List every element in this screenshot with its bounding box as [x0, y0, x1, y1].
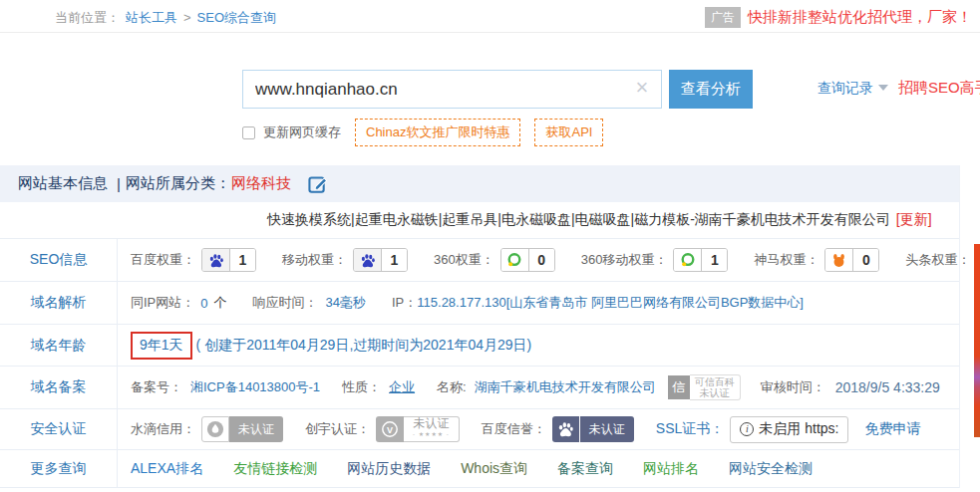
response-time-value: 34毫秒 [326, 294, 366, 312]
baidu-weight-label: 百度权重： [131, 251, 195, 269]
category-value[interactable]: 网络科技 [231, 174, 291, 193]
refresh-cache-label: 更新网页缓存 [263, 123, 341, 141]
toutiao-weight-label: 头条权重： [905, 251, 970, 269]
icp-nature-label: 性质： [342, 378, 381, 396]
update-link[interactable]: [更新] [896, 211, 932, 229]
hire-seo-link[interactable]: 招聘SEO高手 [898, 79, 980, 98]
site-title-row: 快速换模系统|起重电永磁铁|起重吊具|电永磁吸盘|电磁吸盘|磁力模板-湖南千豪机… [0, 202, 959, 239]
analyze-button[interactable]: 查看分析 [669, 70, 753, 109]
same-ip-value[interactable]: 0 [200, 296, 207, 311]
baidu-xinyu-badge[interactable]: 未认证 [552, 416, 634, 442]
row-label-age: 域名年龄 [0, 325, 118, 366]
category-label: 网站所属分类： [126, 174, 230, 193]
section-divider: | [117, 175, 121, 192]
security-row: 安全认证 水滴信用： 未认证 创宇认证： V 未认证 - ★★★★ - [0, 409, 959, 450]
shuidi-badge[interactable]: 未认证 [201, 416, 283, 442]
mobile-weight-badge[interactable]: 1 [353, 248, 408, 272]
more-query-row: 更多查询 ALEXA排名 友情链接检测 网站历史数据 Whois查询 备案查询 … [0, 450, 959, 488]
baidu-paw-icon [202, 249, 230, 271]
icp-number[interactable]: 湘ICP备14013800号-1 [190, 378, 320, 396]
360-weight-badge[interactable]: 0 [500, 248, 555, 272]
360-mobile-weight-badge[interactable]: 1 [673, 248, 728, 272]
credible-baike-line1: 可信百科 [695, 376, 735, 387]
chuangyu-stars: - ★★★★ - [413, 429, 450, 440]
breadcrumb: 当前位置：站长工具>SEO综合查询 [55, 9, 282, 27]
baidu-weight-value: 1 [230, 249, 255, 271]
same-ip-label: 同IP网站： [131, 294, 194, 312]
shuidi-status: 未认证 [229, 416, 283, 442]
chuangyu-status: 未认证 - ★★★★ - [404, 416, 460, 442]
xin-icon: 信 [668, 375, 690, 399]
chuangyu-status-text: 未认证 [413, 418, 449, 429]
baidu-paw-icon [354, 249, 382, 271]
row-label-dns: 域名解析 [0, 282, 118, 324]
section-title: 网站基本信息 [18, 174, 108, 193]
mobile-weight-item: 移动权重： 1 [282, 248, 408, 272]
baidu-weight-badge[interactable]: 1 [201, 248, 256, 272]
v-shield-icon: V [376, 416, 404, 442]
360-logo-icon [501, 249, 529, 271]
top-ad[interactable]: 广告 快排新排整站优化招代理，厂家！ [705, 7, 972, 28]
get-api-link[interactable]: 获取API [534, 119, 603, 146]
breadcrumb-separator: > [183, 10, 191, 25]
ssl-apply-link[interactable]: 免费申请 [864, 420, 920, 438]
row-label-more: 更多查询 [0, 450, 118, 487]
query-history-link[interactable]: 查询记录 [817, 80, 888, 98]
link-history-data[interactable]: 网站历史数据 [347, 460, 431, 478]
360-weight-item: 360权重： 0 [434, 248, 555, 272]
mobile-weight-label: 移动权重： [282, 251, 347, 269]
ad-badge: 广告 [705, 7, 741, 28]
credible-baike-badge[interactable]: 信 可信百科 未认证 [668, 374, 741, 400]
chuangyu-badge[interactable]: V 未认证 - ★★★★ - [376, 416, 460, 442]
query-history-label: 查询记录 [817, 80, 873, 96]
search-input[interactable] [242, 70, 662, 109]
row-label-seo: SEO信息 [0, 239, 118, 281]
toutiao-weight-item: 头条权重： 头条 1 [905, 248, 980, 272]
ssl-item: SSL证书： i 未启用 https: 免费申请 [656, 416, 921, 443]
clear-icon[interactable]: × [630, 76, 654, 100]
site-info-table: 网站基本信息 | 网站所属分类： 网络科技 快速换模系统|起重电永磁铁|起重吊具… [0, 165, 960, 488]
domain-age-row: 域名年龄 9年1天 ( 创建于2011年04月29日,过期时间为2021年04月… [0, 325, 959, 367]
seo-info-row: SEO信息 百度权重： 1 移动权重： 1 360权重： [0, 239, 959, 282]
row-label-icp: 域名备案 [0, 367, 118, 408]
chuangyu-label: 创宇认证： [305, 420, 370, 438]
baidu-xinyu-item: 百度信誉： 未认证 [482, 416, 634, 442]
link-friend-links[interactable]: 友情链接检测 [233, 460, 317, 478]
link-site-rank[interactable]: 网站排名 [643, 460, 699, 478]
link-icp-query[interactable]: 备案查询 [557, 460, 613, 478]
mobile-weight-value: 1 [382, 249, 407, 271]
breadcrumb-link-seo[interactable]: SEO综合查询 [197, 10, 276, 25]
side-ad-stripe[interactable] [974, 244, 980, 437]
section-header: 网站基本信息 | 网站所属分类： 网络科技 [0, 165, 959, 202]
edit-icon[interactable] [308, 174, 329, 193]
baidu-xinyu-label: 百度信誉： [482, 420, 546, 438]
icp-name-label: 名称: [437, 378, 467, 396]
ip-label: IP： [392, 294, 417, 312]
shenma-weight-value: 0 [853, 249, 878, 271]
ad-text[interactable]: 快排新排整站优化招代理，厂家！ [748, 8, 972, 27]
shenma-weight-badge[interactable]: 0 [824, 248, 879, 272]
age-highlight-box: 9年1天 [131, 332, 192, 360]
shenma-weight-item: 神马权重： 0 [754, 248, 879, 272]
baidu-weight-item: 百度权重： 1 [131, 248, 256, 272]
link-whois[interactable]: Whois查询 [461, 460, 527, 478]
audit-time-value: 2018/9/5 4:33:29 [835, 379, 940, 395]
link-alexa[interactable]: ALEXA排名 [131, 460, 203, 478]
icp-company-name[interactable]: 湖南千豪机电技术开发有限公司 [475, 378, 656, 396]
360-mobile-weight-item: 360移动权重： 1 [581, 248, 729, 272]
promo-link[interactable]: Chinaz软文推广限时特惠 [355, 119, 520, 146]
icp-nature[interactable]: 企业 [389, 378, 415, 396]
shenma-weight-label: 神马权重： [754, 251, 818, 269]
refresh-cache-checkbox[interactable] [242, 126, 255, 139]
breadcrumb-prefix: 当前位置： [55, 10, 120, 25]
ssl-status-box[interactable]: i 未启用 https: [730, 416, 848, 443]
audit-time-label: 审核时间： [761, 378, 825, 396]
breadcrumb-link-tools[interactable]: 站长工具 [126, 10, 177, 25]
response-time-label: 响应时间： [253, 294, 318, 312]
ip-value[interactable]: 115.28.177.130[山东省青岛市 阿里巴巴网络有限公司BGP数据中心] [417, 294, 804, 312]
baidu-paw-icon [552, 416, 580, 442]
link-site-safety[interactable]: 网站安全检测 [729, 460, 813, 478]
360-weight-label: 360权重： [434, 251, 494, 269]
chevron-down-icon [878, 85, 888, 91]
shenma-logo-icon [825, 249, 853, 271]
